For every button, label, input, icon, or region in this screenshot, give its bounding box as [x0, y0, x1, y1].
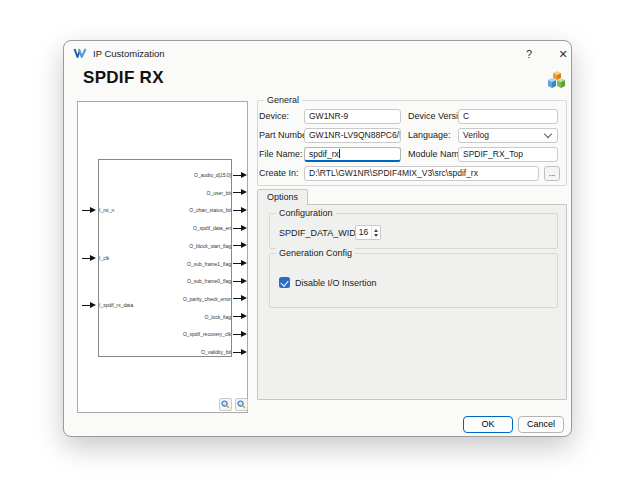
port-arrow: [233, 172, 247, 179]
window-title: IP Customization: [93, 48, 165, 59]
output-port: O_spdif_recovery_clk: [99, 330, 247, 338]
port-arrow: [233, 295, 247, 302]
gowin-logo-icon: [73, 46, 87, 60]
port-arrow: [233, 189, 247, 196]
zoom-in-button[interactable]: [219, 398, 232, 411]
cancel-button[interactable]: Cancel: [518, 416, 564, 433]
ip-customization-dialog: IP Customization ? ✕ SPDIF RX O_audio_d[…: [63, 40, 572, 437]
port-arrow: [233, 313, 247, 320]
part-number-field[interactable]: GW1NR-LV9QN88PC6/I5: [304, 128, 401, 143]
tab-options[interactable]: Options: [257, 189, 308, 205]
output-port: O_block_start_flag: [99, 242, 247, 250]
device-field[interactable]: GW1NR-9: [304, 109, 401, 124]
spinner-up-icon[interactable]: [374, 229, 378, 232]
file-name-label: File Name:: [259, 147, 303, 162]
input-port: I_spdif_rx_data: [82, 301, 133, 309]
browse-button[interactable]: ...: [544, 166, 560, 181]
disable-io-checkbox[interactable]: [279, 277, 290, 288]
block-diagram-panel: O_audio_d[15:0]O_user_bitO_chan_status_b…: [77, 101, 248, 413]
port-label: O_lock_flag: [205, 314, 231, 320]
port-label: O_spdif_data_en: [193, 225, 231, 231]
zoom-out-button[interactable]: [235, 398, 248, 411]
output-port: O_sub_frame0_flag: [99, 277, 247, 285]
device-version-field[interactable]: C: [458, 109, 558, 124]
options-pane: Configuration SPDIF_DATA_WIDTH: 16 Gener…: [257, 204, 567, 400]
spdif-data-width-value: 16: [356, 226, 371, 239]
port-arrow: [82, 302, 96, 309]
port-arrow: [82, 207, 96, 214]
port-label: I_spdif_rx_data: [99, 302, 133, 308]
device-label: Device:: [259, 109, 289, 124]
close-button[interactable]: ✕: [550, 44, 576, 62]
port-arrow: [82, 255, 96, 262]
port-arrow: [233, 349, 247, 356]
spdif-data-width-spinner[interactable]: 16: [355, 225, 381, 240]
port-label: O_validity_bit: [201, 349, 231, 355]
port-arrow: [233, 260, 247, 267]
check-icon: [280, 278, 288, 287]
port-label: O_sub_frame1_flag: [187, 261, 231, 267]
spinner-down-icon[interactable]: [374, 234, 378, 237]
port-arrow: [233, 278, 247, 285]
module-name-field[interactable]: SPDIF_RX_Top: [458, 147, 558, 162]
port-label: O_chan_status_bit: [189, 207, 231, 213]
create-in-label: Create In:: [259, 166, 299, 181]
disable-io-label: Disable I/O Insertion: [295, 278, 377, 288]
input-port: I_rst_n: [82, 206, 114, 214]
configuration-group: Configuration SPDIF_DATA_WIDTH: 16: [269, 213, 558, 249]
output-port: O_lock_flag: [99, 313, 247, 321]
port-label: O_block_start_flag: [189, 243, 231, 249]
port-arrow: [233, 331, 247, 338]
create-in-field[interactable]: D:\RTL\GW1NR\SPDIF4MIX_V3\src\spdif_rx: [304, 166, 539, 181]
title-bar[interactable]: IP Customization ? ✕: [64, 41, 571, 65]
ok-button[interactable]: OK: [463, 416, 513, 433]
generation-config-group: Generation Config Disable I/O Insertion: [269, 253, 558, 308]
output-port: O_chan_status_bit: [99, 206, 247, 214]
disable-io-row[interactable]: Disable I/O Insertion: [279, 277, 377, 288]
configuration-group-label: Configuration: [276, 208, 336, 218]
file-name-value: spdif_rx: [309, 149, 339, 159]
help-button[interactable]: ?: [516, 44, 542, 62]
language-value: Verilog: [463, 129, 489, 142]
port-label: I_clk: [99, 255, 109, 261]
port-label: I_rst_n: [99, 207, 114, 213]
port-label: O_user_bit: [207, 190, 231, 196]
output-port: O_sub_frame1_flag: [99, 260, 247, 268]
port-arrow: [233, 242, 247, 249]
port-label: O_parity_check_error: [183, 296, 231, 302]
output-port: O_user_bit: [99, 189, 247, 197]
port-label: O_audio_d[15:0]: [194, 172, 231, 178]
file-name-input[interactable]: spdif_rx: [304, 147, 401, 162]
language-select[interactable]: Verilog: [458, 128, 558, 143]
output-port: O_spdif_data_en: [99, 224, 247, 232]
spdif-block: O_audio_d[15:0]O_user_bitO_chan_status_b…: [98, 159, 232, 357]
ip-core-cubes-icon: [545, 69, 567, 90]
language-label: Language:: [408, 128, 451, 143]
page-title: SPDIF RX: [83, 68, 164, 88]
port-arrow: [233, 225, 247, 232]
chevron-down-icon: [544, 130, 552, 138]
port-arrow: [233, 207, 247, 214]
port-label: O_sub_frame0_flag: [187, 278, 231, 284]
input-port: I_clk: [82, 254, 109, 262]
spinner-arrows[interactable]: [371, 226, 380, 239]
port-label: O_spdif_recovery_clk: [183, 331, 231, 337]
text-cursor: [339, 149, 340, 158]
generation-config-group-label: Generation Config: [276, 248, 355, 258]
output-port: O_validity_bit: [99, 348, 247, 356]
output-port: O_audio_d[15:0]: [99, 171, 247, 179]
general-group-label: General: [264, 95, 302, 105]
